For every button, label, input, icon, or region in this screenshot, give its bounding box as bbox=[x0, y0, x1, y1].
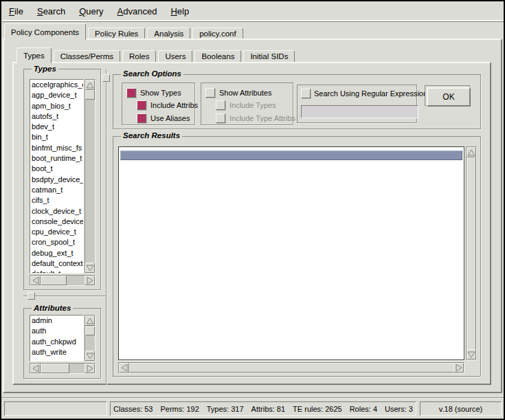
status-stat: Roles: 4 bbox=[350, 405, 377, 413]
scroll-down-icon[interactable] bbox=[85, 351, 95, 361]
checkbox-label: Include Type Attribs bbox=[229, 114, 295, 122]
statusbar-separator bbox=[1, 397, 504, 399]
main-tab[interactable]: Analysis bbox=[147, 27, 190, 38]
list-item[interactable]: bin_t bbox=[30, 132, 83, 142]
status-stat: Attribs: 81 bbox=[251, 405, 286, 413]
search-results-textarea[interactable] bbox=[118, 146, 464, 360]
list-item[interactable]: boot_t bbox=[30, 164, 83, 174]
scroll-thumb[interactable] bbox=[41, 276, 67, 285]
regex-group: Search Using Regular Expression bbox=[297, 85, 417, 123]
pane-sash-handle-left[interactable] bbox=[27, 292, 35, 300]
checkbox-option[interactable]: Include Types bbox=[216, 99, 293, 111]
list-item[interactable]: auth bbox=[30, 326, 83, 336]
scroll-down-icon[interactable] bbox=[467, 349, 476, 360]
list-item[interactable]: cron_spool_t bbox=[30, 237, 83, 247]
main-tab[interactable]: policy.conf bbox=[192, 27, 243, 38]
list-item[interactable]: admin bbox=[30, 316, 83, 326]
list-item[interactable]: console_device bbox=[30, 217, 83, 227]
list-item[interactable]: apm_bios_t bbox=[30, 101, 83, 111]
component-tab[interactable]: Booleans bbox=[194, 50, 241, 62]
scroll-up-icon[interactable] bbox=[85, 80, 95, 90]
scroll-thumb[interactable] bbox=[129, 363, 454, 373]
pane-divider-vertical bbox=[106, 69, 107, 385]
menu-item[interactable]: File bbox=[8, 5, 25, 18]
list-item[interactable]: agp_device_t bbox=[30, 90, 83, 100]
menu-item[interactable]: Help bbox=[169, 5, 190, 18]
main-tab[interactable]: Policy Components bbox=[4, 23, 86, 40]
component-tab[interactable]: Roles bbox=[122, 50, 156, 62]
attributes-frame-title: Attributes bbox=[32, 304, 73, 312]
regex-input[interactable] bbox=[301, 105, 418, 118]
app-window: FileSearchQueryAdvancedHelp Policy Compo… bbox=[0, 0, 505, 420]
menu-item[interactable]: Advanced bbox=[116, 5, 159, 18]
checkbox-label: Include Attribs bbox=[150, 101, 198, 109]
list-item[interactable]: debug_ext_t bbox=[30, 248, 83, 258]
pane-sash-handle-top[interactable] bbox=[102, 74, 110, 82]
list-item[interactable]: bsdpty_device_ bbox=[30, 175, 83, 185]
results-vertical-scrollbar[interactable] bbox=[466, 146, 477, 360]
scroll-left-icon[interactable] bbox=[119, 363, 129, 373]
types-frame-title: Types bbox=[32, 65, 58, 73]
checkbox-option[interactable]: Show Attributes bbox=[205, 87, 293, 99]
results-horizontal-scrollbar[interactable] bbox=[118, 362, 464, 373]
checkbox-option[interactable]: Show Types bbox=[126, 87, 194, 99]
component-tab[interactable]: Types bbox=[16, 47, 52, 63]
types-horizontal-scrollbar[interactable] bbox=[30, 275, 96, 286]
attributes-horizontal-scrollbar[interactable] bbox=[30, 363, 96, 374]
list-item[interactable]: catman_t bbox=[30, 185, 83, 195]
types-vertical-scrollbar[interactable] bbox=[85, 79, 96, 274]
scroll-thumb[interactable] bbox=[85, 90, 95, 100]
attributes-listbox[interactable]: adminauthauth_chkpwdauth_write bbox=[30, 315, 84, 362]
ok-button[interactable]: OK bbox=[427, 87, 471, 107]
types-listbox[interactable]: accelgraphics_eagp_device_tapm_bios_taut… bbox=[30, 79, 84, 274]
ok-button-ring: OK bbox=[425, 85, 470, 106]
list-item[interactable]: cpu_device_t bbox=[30, 227, 83, 237]
scroll-thumb[interactable] bbox=[467, 157, 476, 350]
scroll-left-icon[interactable] bbox=[30, 364, 41, 373]
scroll-down-icon[interactable] bbox=[85, 263, 95, 273]
list-item[interactable]: default_t bbox=[30, 269, 83, 274]
list-item[interactable]: clock_device_t bbox=[30, 206, 83, 217]
main-tab[interactable]: Policy Rules bbox=[88, 27, 145, 38]
component-tab[interactable]: Classes/Perms bbox=[54, 50, 120, 62]
checkbox-indicator bbox=[137, 113, 146, 123]
checkbox-indicator bbox=[216, 113, 225, 123]
list-item[interactable]: auth_chkpwd bbox=[30, 337, 83, 347]
scroll-right-icon[interactable] bbox=[453, 363, 464, 373]
list-item[interactable]: autofs_t bbox=[30, 111, 83, 122]
search-results-title: Search Results bbox=[121, 131, 182, 140]
scroll-thumb[interactable] bbox=[41, 364, 69, 373]
scroll-up-icon[interactable] bbox=[85, 316, 95, 326]
status-stat: Types: 317 bbox=[207, 405, 244, 413]
checkbox-indicator bbox=[301, 89, 311, 98]
component-tab[interactable]: Users bbox=[158, 50, 192, 62]
checkbox-option[interactable]: Include Type Attribs bbox=[216, 112, 293, 124]
list-item[interactable]: binfmt_misc_fs bbox=[30, 143, 83, 153]
scroll-left-icon[interactable] bbox=[30, 276, 41, 285]
list-item[interactable]: default_context bbox=[30, 258, 83, 269]
attrib-options-group: Show Attributes Include Types Include Ty… bbox=[201, 82, 293, 125]
search-options-title: Search Options bbox=[121, 69, 183, 78]
checkbox-option[interactable]: Use Aliases bbox=[137, 112, 194, 124]
list-item[interactable]: accelgraphics_e bbox=[30, 80, 83, 90]
checkbox-indicator bbox=[126, 88, 136, 98]
scroll-thumb[interactable] bbox=[85, 327, 95, 335]
scroll-right-icon[interactable] bbox=[85, 364, 95, 373]
checkbox-indicator bbox=[216, 100, 225, 110]
menu-bar: FileSearchQueryAdvancedHelp bbox=[1, 1, 504, 22]
list-item[interactable]: bdev_t bbox=[30, 122, 83, 132]
attributes-vertical-scrollbar[interactable] bbox=[85, 315, 96, 362]
status-stat: Perms: 192 bbox=[161, 405, 199, 413]
list-item[interactable]: boot_runtime_t bbox=[30, 153, 83, 164]
regex-checkbox[interactable]: Search Using Regular Expression bbox=[301, 88, 416, 99]
menu-item[interactable]: Query bbox=[78, 5, 104, 18]
checkbox-option[interactable]: Include Attribs bbox=[137, 99, 194, 111]
version-label: v.18 (source) bbox=[439, 405, 482, 413]
scroll-right-icon[interactable] bbox=[85, 276, 95, 285]
main-tab-bar: Policy ComponentsPolicy RulesAnalysispol… bbox=[4, 24, 245, 40]
scroll-up-icon[interactable] bbox=[467, 147, 476, 157]
menu-item[interactable]: Search bbox=[36, 5, 67, 18]
list-item[interactable]: cifs_t bbox=[30, 195, 83, 206]
list-item[interactable]: auth_write bbox=[30, 347, 83, 357]
component-tab[interactable]: Initial SIDs bbox=[243, 50, 295, 62]
